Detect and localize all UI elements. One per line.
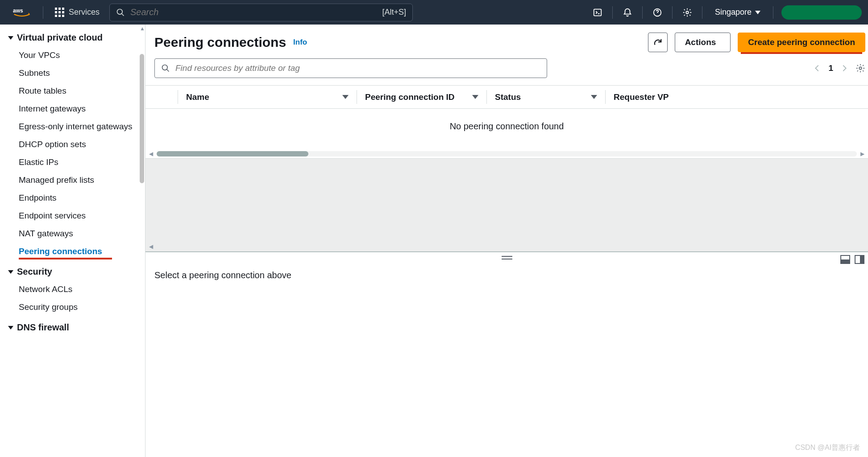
- create-peering-connection-button[interactable]: Create peering connection: [738, 33, 865, 52]
- layout-split-icon[interactable]: [855, 255, 864, 264]
- sidebar-item-dhcp-option-sets[interactable]: DHCP option sets: [6, 136, 143, 153]
- caret-down-icon: [8, 36, 13, 40]
- aws-logo[interactable]: aws: [6, 0, 37, 25]
- info-link[interactable]: Info: [293, 38, 307, 47]
- layout-bottom-panel-icon[interactable]: [840, 255, 850, 264]
- actions-button[interactable]: Actions: [675, 33, 731, 52]
- scroll-thumb[interactable]: [140, 54, 144, 183]
- sidebar-item-subnets[interactable]: Subnets: [6, 64, 143, 82]
- region-label: Singapore: [715, 8, 752, 17]
- table-settings-icon[interactable]: [856, 63, 865, 73]
- svg-line-2: [122, 13, 124, 16]
- caret-down-icon: [755, 11, 760, 14]
- sort-icon: [472, 95, 478, 99]
- caret-down-icon: [8, 270, 13, 274]
- sidebar-item-elastic-ips[interactable]: Elastic IPs: [6, 153, 143, 171]
- sidebar: Virtual private cloud Your VPCs Subnets …: [0, 25, 145, 457]
- sidebar-section-header[interactable]: Virtual private cloud: [6, 29, 143, 46]
- section-title: Virtual private cloud: [17, 33, 103, 43]
- settings-icon[interactable]: [678, 3, 697, 22]
- sidebar-section-security: Security Network ACLs Security groups: [6, 263, 143, 316]
- notifications-icon[interactable]: [618, 3, 637, 22]
- sidebar-item-endpoint-services[interactable]: Endpoint services: [6, 207, 143, 225]
- divider: [702, 6, 702, 19]
- pagination: 1: [812, 63, 865, 73]
- sidebar-item-security-groups[interactable]: Security groups: [6, 298, 143, 316]
- search-shortcut: [Alt+S]: [382, 8, 407, 17]
- sidebar-item-internet-gateways[interactable]: Internet gateways: [6, 100, 143, 118]
- page-prev-icon[interactable]: [812, 63, 822, 73]
- column-status[interactable]: Status: [487, 86, 605, 108]
- account-menu[interactable]: [781, 5, 862, 20]
- global-search[interactable]: [Alt+S]: [109, 4, 413, 21]
- divider: [672, 6, 673, 19]
- top-nav: aws Services [Alt+S] Singapore: [0, 0, 868, 25]
- help-icon[interactable]: [648, 3, 667, 22]
- caret-down-icon: [8, 326, 13, 329]
- column-peering-id[interactable]: Peering connection ID: [357, 86, 486, 108]
- sidebar-item-managed-prefix-lists[interactable]: Managed prefix lists: [6, 171, 143, 189]
- watermark: CSDN @AI普惠行者: [795, 443, 860, 453]
- panel-resize-handle[interactable]: [502, 256, 512, 259]
- horizontal-scrollbar[interactable]: ◀ ▶: [145, 149, 868, 158]
- search-icon: [161, 64, 170, 73]
- table: Name Peering connection ID Status Reques…: [145, 86, 868, 158]
- services-label: Services: [69, 8, 100, 17]
- table-empty-space: ◀: [145, 158, 868, 252]
- refresh-button[interactable]: [648, 33, 668, 52]
- filter-box[interactable]: [154, 58, 547, 78]
- sidebar-section-header[interactable]: DNS firewall: [6, 319, 143, 336]
- select-all-column[interactable]: [145, 86, 178, 108]
- sidebar-item-your-vpcs[interactable]: Your VPCs: [6, 46, 143, 64]
- sidebar-section-header[interactable]: Security: [6, 263, 143, 280]
- scroll-up-icon[interactable]: ▲: [140, 25, 144, 32]
- section-title: DNS firewall: [17, 322, 69, 333]
- scroll-left-icon[interactable]: ◀: [149, 151, 153, 157]
- actions-label: Actions: [685, 37, 716, 47]
- column-label: Status: [495, 92, 521, 102]
- main-content: Peering connections Info Actions Create …: [145, 25, 868, 457]
- sidebar-item-peering-connections[interactable]: Peering connections: [6, 243, 143, 260]
- search-input[interactable]: [130, 7, 377, 17]
- svg-point-6: [162, 65, 168, 70]
- create-label: Create peering connection: [748, 37, 855, 47]
- svg-point-8: [859, 67, 862, 70]
- sidebar-item-network-acls[interactable]: Network ACLs: [6, 280, 143, 298]
- svg-point-1: [117, 9, 123, 14]
- sidebar-item-egress-only-igw[interactable]: Egress-only internet gateways: [6, 118, 143, 136]
- scroll-thumb[interactable]: [157, 151, 308, 156]
- svg-text:aws: aws: [13, 8, 23, 14]
- scroll-left-icon[interactable]: ◀: [149, 243, 153, 250]
- scroll-right-icon[interactable]: ▶: [860, 151, 864, 157]
- sidebar-section-dns-firewall: DNS firewall: [6, 319, 143, 336]
- details-panel: Select a peering connection above: [145, 252, 868, 280]
- column-requester-vpc[interactable]: Requester VP: [606, 86, 868, 108]
- sort-icon: [342, 95, 349, 99]
- sidebar-item-route-tables[interactable]: Route tables: [6, 82, 143, 100]
- divider: [773, 6, 773, 19]
- filter-input[interactable]: [175, 63, 540, 73]
- section-title: Security: [17, 267, 52, 277]
- divider: [612, 6, 613, 19]
- sidebar-scrollbar[interactable]: ▲: [140, 25, 145, 457]
- services-menu[interactable]: Services: [49, 0, 106, 25]
- page-number: 1: [828, 63, 833, 73]
- column-name[interactable]: Name: [178, 86, 357, 108]
- region-selector[interactable]: Singapore: [708, 8, 768, 17]
- sidebar-item-nat-gateways[interactable]: NAT gateways: [6, 225, 143, 243]
- empty-table-message: No peering connection found: [145, 109, 868, 149]
- column-label: Requester VP: [614, 92, 669, 102]
- sidebar-section-vpc: Virtual private cloud Your VPCs Subnets …: [6, 29, 143, 260]
- sort-icon: [591, 95, 597, 99]
- grid-icon: [55, 8, 64, 17]
- search-icon: [116, 8, 125, 17]
- layout-toggle-group: [840, 255, 864, 264]
- svg-point-5: [686, 11, 689, 14]
- cloudshell-icon[interactable]: [588, 3, 607, 22]
- refresh-icon: [653, 37, 663, 47]
- page-next-icon[interactable]: [839, 63, 849, 73]
- page-title: Peering connections: [154, 35, 286, 50]
- divider: [642, 6, 643, 19]
- sidebar-item-endpoints[interactable]: Endpoints: [6, 189, 143, 207]
- svg-line-7: [167, 70, 169, 72]
